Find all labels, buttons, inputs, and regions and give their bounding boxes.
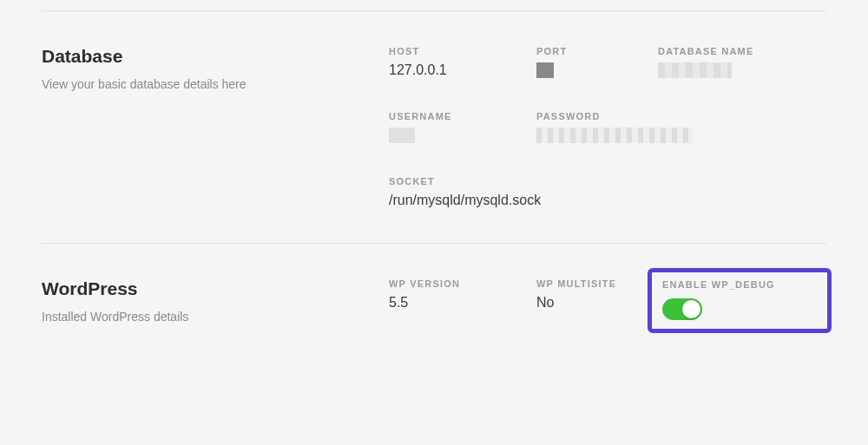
wordpress-fields: WP VERSION 5.5 WP MULTISITE No ENABLE WP… [389,278,826,324]
port-field: PORT [536,46,658,78]
wordpress-section: WordPress Installed WordPress details WP… [0,244,868,359]
database-subtitle: View your basic database details here [42,77,389,91]
username-field: USERNAME [389,111,536,143]
socket-field: SOCKET /run/mysqld/mysqld.sock [389,176,823,208]
toggle-knob [682,300,700,318]
username-value-redacted [389,128,415,143]
dbname-value-redacted [658,62,732,78]
socket-value: /run/mysqld/mysqld.sock [389,193,823,208]
password-field: PASSWORD [536,111,823,143]
host-label: HOST [389,46,536,56]
password-label: PASSWORD [536,111,823,121]
wp-debug-field: ENABLE WP_DEBUG [662,279,817,320]
database-title: Database [42,46,389,67]
database-fields: HOST 127.0.0.1 PORT DATABASE NAME USERNA… [389,46,826,208]
port-label: PORT [536,46,658,56]
wp-debug-toggle[interactable] [662,298,702,320]
wp-multisite-value: No [536,295,658,311]
host-value: 127.0.0.1 [389,62,536,78]
wp-debug-label: ENABLE WP_DEBUG [662,279,817,290]
dbname-label: DATABASE NAME [658,46,823,56]
dbname-field: DATABASE NAME [658,46,823,78]
wordpress-section-header: WordPress Installed WordPress details [42,278,389,324]
wp-multisite-label: WP MULTISITE [536,278,658,289]
wp-version-label: WP VERSION [389,278,536,289]
wp-debug-highlight: ENABLE WP_DEBUG [658,278,823,324]
database-section-header: Database View your basic database detail… [42,46,389,208]
password-value-redacted [536,128,693,143]
wp-multisite-field: WP MULTISITE No [536,278,658,311]
wordpress-subtitle: Installed WordPress details [42,310,389,324]
host-field: HOST 127.0.0.1 [389,46,536,78]
wp-version-field: WP VERSION 5.5 [389,278,536,311]
wp-version-value: 5.5 [389,295,536,311]
port-value-redacted [536,62,554,78]
username-label: USERNAME [389,111,536,121]
wordpress-title: WordPress [42,278,389,299]
socket-label: SOCKET [389,176,823,187]
database-section: Database View your basic database detail… [0,11,868,243]
